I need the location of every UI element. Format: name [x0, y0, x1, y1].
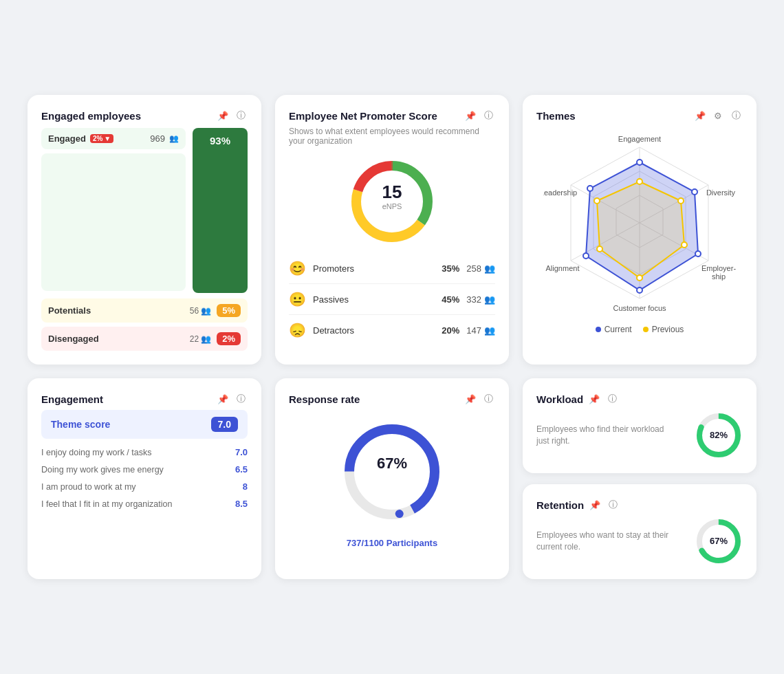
legend-current: Current	[596, 325, 632, 334]
theme-score-value: 7.0	[211, 417, 238, 432]
svg-text:82%: 82%	[710, 430, 728, 440]
enps-pin-icon[interactable]: 📌	[464, 109, 477, 122]
svg-point-24	[583, 253, 589, 259]
workload-card: Workload 📌 ⓘ Employees who find their wo…	[523, 378, 756, 473]
svg-text:ship: ship	[712, 272, 726, 281]
svg-point-31	[597, 246, 602, 252]
enps-donut-chart: 15 eNPS	[289, 157, 495, 246]
svg-text:Engagement: Engagement	[618, 135, 661, 143]
themes-title: Themes	[536, 110, 576, 122]
svg-point-20	[637, 160, 642, 165]
dashboard: Engaged employees 📌 ⓘ Engaged 2% ▼ 969 👥	[0, 67, 784, 607]
engagement-item-0: I enjoy doing my work / tasks 7.0	[41, 447, 248, 457]
svg-text:Diversity: Diversity	[706, 188, 736, 197]
svg-point-23	[637, 287, 642, 293]
svg-point-28	[678, 198, 684, 204]
themes-info-icon[interactable]: ⓘ	[729, 109, 743, 122]
disengaged-user-icon: 👥	[201, 334, 211, 344]
pin-icon[interactable]: 📌	[216, 109, 230, 122]
passives-count: 332 👥	[466, 294, 495, 305]
engaged-pct: 93%	[210, 135, 230, 146]
engagement-card: Engagement 📌 ⓘ Theme score 7.0 I enjoy d…	[28, 378, 261, 579]
retention-donut: 67%	[695, 517, 743, 565]
svg-text:15: 15	[382, 182, 402, 202]
potentials-count: 56 👥	[190, 306, 211, 316]
workload-pin-icon[interactable]: 📌	[587, 392, 601, 406]
svg-text:Customer focus: Customer focus	[613, 304, 666, 312]
themes-card: Themes 📌 ⚙ ⓘ Engagement Diversity Employ…	[523, 95, 756, 365]
engagement-item-2: I am proud to work at my 8	[41, 481, 248, 492]
enps-rows: 😊 Promoters 35% 258 👥 😐 Passives 45% 332…	[289, 260, 495, 338]
promoters-emoji: 😊	[289, 260, 306, 276]
themes-gear-icon[interactable]: ⚙	[711, 109, 725, 122]
response-participants: 737/1100 Participants	[289, 538, 495, 548]
potentials-pct: 5%	[217, 304, 241, 317]
passives-row: 😐 Passives 45% 332 👥	[289, 291, 495, 315]
workload-title: Workload	[536, 393, 583, 405]
passives-emoji: 😐	[289, 291, 306, 307]
detractors-count: 147 👥	[466, 325, 495, 336]
svg-point-32	[594, 198, 600, 204]
promoters-user-icon: 👥	[484, 263, 495, 274]
engaged-badge: 2% ▼	[90, 134, 113, 143]
info-icon[interactable]: ⓘ	[234, 109, 248, 122]
retention-card: Retention 📌 ⓘ Employees who want to stay…	[523, 484, 756, 579]
svg-point-22	[695, 251, 701, 257]
detractors-emoji: 😞	[289, 322, 306, 338]
themes-pin-icon[interactable]: 📌	[693, 109, 707, 122]
response-rate-title: Response rate	[289, 393, 360, 405]
engagement-item-3: I feel that I fit in at my organization …	[41, 499, 248, 509]
engagement-title: Engagement	[41, 393, 103, 405]
enps-title: Employee Net Promoter Score	[289, 110, 437, 122]
potentials-user-icon: 👥	[201, 306, 211, 316]
theme-score-row: Theme score 7.0	[41, 410, 248, 439]
response-rate-card: Response rate 📌 ⓘ 67% 737/1100 Participa…	[275, 378, 509, 579]
disengaged-pct: 2%	[217, 332, 241, 345]
right-metrics-col: Workload 📌 ⓘ Employees who find their wo…	[523, 378, 756, 579]
svg-text:67%: 67%	[377, 455, 407, 472]
enps-subtitle: Shows to what extent employees would rec…	[289, 127, 495, 146]
disengaged-count: 22 👥	[190, 334, 211, 344]
engagement-info-icon[interactable]: ⓘ	[234, 392, 248, 406]
response-info-icon[interactable]: ⓘ	[481, 392, 495, 406]
detractors-row: 😞 Detractors 20% 147 👥	[289, 322, 495, 338]
theme-score-label: Theme score	[51, 419, 211, 430]
svg-point-29	[682, 242, 687, 248]
svg-point-27	[637, 179, 642, 184]
detractors-user-icon: 👥	[484, 325, 495, 336]
svg-text:67%: 67%	[710, 536, 728, 546]
engaged-user-icon: 👥	[169, 134, 179, 143]
retention-pin-icon[interactable]: 📌	[588, 498, 602, 512]
engagement-pin-icon[interactable]: 📌	[216, 392, 230, 406]
potentials-row: Potentials 56 👥 5%	[41, 298, 248, 323]
svg-point-30	[637, 275, 642, 281]
enps-card: Employee Net Promoter Score 📌 ⓘ Shows to…	[275, 95, 509, 365]
passives-user-icon: 👥	[484, 294, 495, 305]
workload-desc: Employees who find their workload just r…	[536, 424, 674, 447]
workload-info-icon[interactable]: ⓘ	[605, 392, 619, 406]
retention-desc: Employees who want to stay at their curr…	[536, 530, 674, 553]
retention-title: Retention	[536, 499, 584, 511]
engagement-items: I enjoy doing my work / tasks 7.0 Doing …	[41, 447, 248, 509]
promoters-count: 258 👥	[466, 263, 495, 274]
svg-text:Leadership: Leadership	[543, 188, 577, 197]
svg-text:Alignment: Alignment	[546, 264, 580, 272]
engaged-employees-card: Engaged employees 📌 ⓘ Engaged 2% ▼ 969 👥	[28, 95, 261, 365]
svg-point-25	[587, 186, 593, 191]
radar-chart-container: Engagement Diversity Employer- ship Cust…	[536, 127, 743, 334]
svg-text:Employer-: Employer-	[701, 264, 736, 272]
engaged-label: Engaged	[48, 133, 86, 144]
response-donut-chart: 67%	[289, 417, 495, 527]
svg-text:eNPS: eNPS	[382, 202, 402, 210]
radar-chart: Engagement Diversity Employer- ship Cust…	[543, 127, 736, 319]
disengaged-row: Disengaged 22 👥 2%	[41, 327, 248, 351]
retention-info-icon[interactable]: ⓘ	[606, 498, 620, 512]
radar-legend: Current Previous	[596, 325, 684, 334]
workload-donut: 82%	[695, 411, 743, 459]
engagement-item-1: Doing my work gives me energy 6.5	[41, 464, 248, 475]
response-pin-icon[interactable]: 📌	[464, 392, 477, 406]
engaged-employees-title: Engaged employees	[41, 110, 141, 122]
enps-info-icon[interactable]: ⓘ	[481, 109, 495, 122]
promoters-row: 😊 Promoters 35% 258 👥	[289, 260, 495, 284]
svg-point-21	[692, 189, 697, 195]
